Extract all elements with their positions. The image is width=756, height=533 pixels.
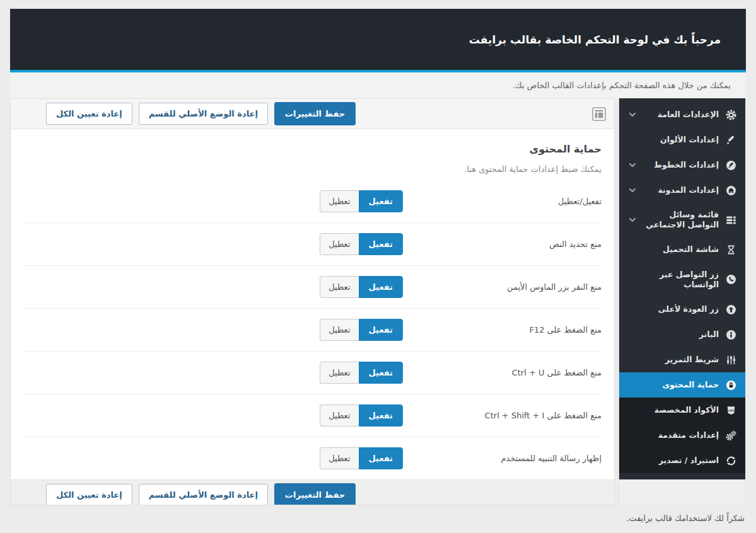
sidebar-item-css-badge[interactable]: css الأكواد المخصصة (619, 398, 745, 423)
brush-icon (725, 134, 736, 146)
bottom-toolbar: حفظ التغييرات إعادة الوضع الأصلي للقسم إ… (11, 479, 614, 505)
disable-button[interactable]: تعطيل (320, 190, 358, 212)
page-subtitle: يمكنك من خلال هذه الصفحة التحكم بإعدادات… (513, 81, 731, 90)
sidebar-item-brush[interactable]: إعدادات الألوان (619, 127, 745, 152)
svg-text:css: css (728, 408, 734, 411)
gear-icon (725, 109, 736, 120)
sidebar-item-sliders[interactable]: شريط التمرير (619, 347, 745, 372)
reset-section-button[interactable]: إعادة الوضع الأصلي للقسم (139, 484, 268, 505)
setting-label: منع الضغط على Ctrl + U (403, 368, 602, 377)
sidebar-item-label: إعدادات المدونة (641, 185, 719, 195)
reset-section-button[interactable]: إعادة الوضع الأصلي للقسم (139, 103, 268, 125)
section-title: حماية المحتوى (23, 143, 602, 155)
chevron-down-icon (628, 215, 637, 224)
setting-control: تفعيل تعطيل (23, 362, 403, 384)
top-button-group: حفظ التغييرات إعادة الوضع الأصلي للقسم إ… (46, 102, 356, 125)
setting-row: إظهار رسالة التنبيه للمستخدم تفعيل تعطيل (23, 437, 602, 479)
reset-all-button[interactable]: إعادة تعيين الكل (46, 484, 132, 505)
chevron-down-icon (628, 186, 637, 195)
list-icon (725, 214, 736, 226)
enable-button[interactable]: تفعيل (359, 233, 404, 255)
setting-label: منع تحديد النص (403, 239, 602, 249)
page-title: مرحباً بك في لوحة التحكم الخاصة بقالب بر… (469, 33, 746, 46)
setting-control: تفعيل تعطيل (23, 404, 403, 427)
setting-label: تفعيل/تعطيل (403, 197, 602, 206)
setting-label: إظهار رسالة التنبيه للمستخدم (403, 454, 602, 463)
pencil-circle-icon (725, 159, 736, 171)
enable-button[interactable]: تفعيل (359, 362, 404, 384)
toggle-group: تفعيل تعطيل (320, 319, 403, 341)
chevron-down-icon (628, 110, 637, 119)
footer-text: شكراً لك لاستخدامك قالب برايفت. (10, 505, 746, 523)
enable-button[interactable]: تفعيل (359, 319, 404, 341)
sidebar-item-info-circle[interactable]: البانر (619, 322, 745, 347)
reset-all-button[interactable]: إعادة تعيين الكل (46, 103, 132, 125)
sidebar-item-home-circle[interactable]: إعدادات المدونة (619, 178, 745, 203)
setting-control: تفعيل تعطيل (23, 447, 403, 469)
disable-button[interactable]: تعطيل (320, 276, 358, 298)
enable-button[interactable]: تفعيل (359, 447, 404, 469)
sidebar-item-label: إعدادات الخطوط (641, 160, 719, 170)
page: مرحباً بك في لوحة التحكم الخاصة بقالب بر… (0, 0, 756, 523)
settings-list: تفعيل/تعطيل تفعيل تعطيل منع تحديد النص ت… (11, 180, 614, 479)
toggle-group: تفعيل تعطيل (320, 276, 403, 298)
sidebar-item-label: الإعدادات العامة (641, 110, 719, 120)
sliders-icon (725, 354, 736, 365)
sidebar-item-label: حماية المحتوى (628, 380, 719, 390)
sidebar-item-label: استيراد / تصدير (628, 456, 719, 466)
sidebar-item-sync[interactable]: استيراد / تصدير (619, 448, 745, 473)
sidebar-item-arrow-up-circle[interactable]: زر العودة لأعلى (619, 297, 745, 322)
content-panel: حفظ التغييرات إعادة الوضع الأصلي للقسم إ… (10, 98, 615, 505)
gears-icon (725, 430, 736, 441)
section-description: يمكنك ضبط إعدادات حماية المحتوى هنا. (23, 164, 602, 174)
main-area: الإعدادات العامة إعدادات الألوان إعدادات… (10, 98, 746, 505)
setting-control: تفعيل تعطيل (23, 276, 403, 298)
setting-label: منع النقر بزر الماوس الأيمن (403, 282, 602, 292)
layout-icon[interactable] (591, 106, 607, 122)
save-button[interactable]: حفظ التغييرات (274, 102, 356, 125)
sidebar-item-phone-circle[interactable]: زر التواصل عبر الواتساب (619, 263, 745, 297)
disable-button[interactable]: تعطيل (320, 362, 358, 384)
chevron-down-icon (628, 161, 637, 169)
enable-button[interactable]: تفعيل (359, 190, 404, 212)
sidebar-item-label: قائمة وسائل التواصل الاجتماعي (641, 210, 719, 231)
sidebar-item-list[interactable]: قائمة وسائل التواصل الاجتماعي (619, 203, 745, 238)
sidebar-item-gear[interactable]: الإعدادات العامة (619, 102, 745, 127)
sidebar-item-gears[interactable]: إعدادات متقدمة (619, 423, 745, 448)
disable-button[interactable]: تعطيل (320, 404, 358, 427)
setting-row: منع تحديد النص تفعيل تعطيل (23, 222, 602, 265)
setting-row: منع الضغط على Ctrl + U تفعيل تعطيل (23, 351, 602, 394)
disable-button[interactable]: تعطيل (320, 319, 358, 341)
css-badge-icon: css (725, 404, 736, 416)
sidebar-item-pencil-circle[interactable]: إعدادات الخطوط (619, 152, 745, 178)
setting-row: منع الضغط على Ctrl + Shift + I تفعيل تعط… (23, 394, 602, 437)
sidebar-item-hourglass[interactable]: شاشة التحميل (619, 238, 745, 263)
enable-button[interactable]: تفعيل (359, 276, 404, 298)
sidebar-item-label: زر العودة لأعلى (628, 304, 719, 314)
disable-button[interactable]: تعطيل (320, 447, 358, 469)
disable-button[interactable]: تعطيل (320, 233, 358, 255)
page-subheader: يمكنك من خلال هذه الصفحة التحكم بإعدادات… (10, 72, 746, 98)
setting-row: منع النقر بزر الماوس الأيمن تفعيل تعطيل (23, 265, 602, 308)
enable-button[interactable]: تفعيل (359, 404, 404, 427)
sidebar-item-label: الأكواد المخصصة (628, 405, 719, 415)
save-button[interactable]: حفظ التغييرات (274, 483, 356, 505)
phone-circle-icon (725, 274, 736, 285)
sidebar-item-label: شاشة التحميل (628, 244, 719, 255)
sidebar: الإعدادات العامة إعدادات الألوان إعدادات… (619, 98, 746, 505)
setting-control: تفعيل تعطيل (23, 190, 403, 212)
sidebar-item-label: البانر (628, 330, 719, 340)
arrow-up-circle-icon (725, 304, 736, 315)
sidebar-item-label: زر التواصل عبر الواتساب (628, 270, 719, 290)
sync-icon (725, 455, 736, 466)
sidebar-item-lock-circle[interactable]: حماية المحتوى (619, 372, 745, 398)
toggle-group: تفعيل تعطيل (320, 447, 403, 469)
sidebar-nav: الإعدادات العامة إعدادات الألوان إعدادات… (619, 98, 745, 479)
page-header: مرحباً بك في لوحة التحكم الخاصة بقالب بر… (10, 9, 746, 72)
toggle-group: تفعيل تعطيل (320, 233, 403, 255)
sidebar-item-label: إعدادات الألوان (628, 135, 719, 145)
setting-label: منع الضغط على F12 (403, 325, 602, 335)
home-circle-icon (725, 185, 736, 196)
hourglass-icon (725, 244, 736, 256)
sidebar-item-label: إعدادات متقدمة (628, 430, 719, 440)
